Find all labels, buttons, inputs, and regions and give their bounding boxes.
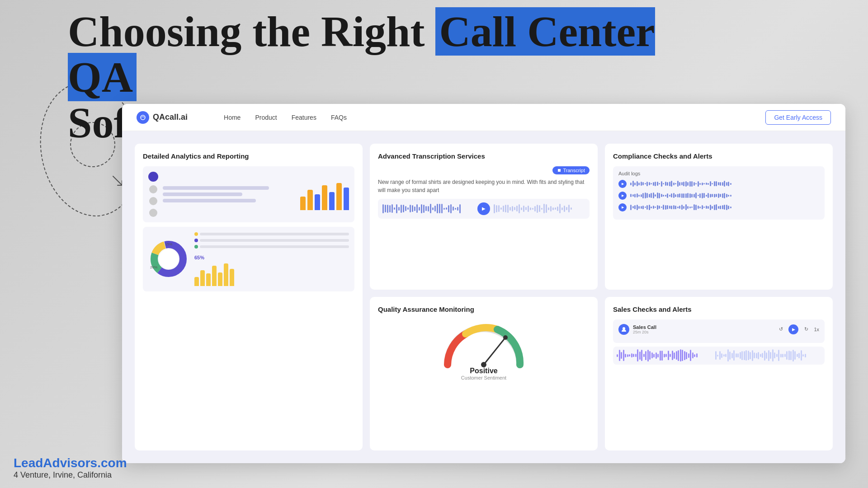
title-part1: Choosing the Right [68, 7, 425, 56]
analytics-lines [163, 186, 296, 202]
footer-brand: LeadAdvisors.com [14, 456, 127, 470]
donut-label-3 [194, 245, 349, 249]
audit-logs: Audit logs ▶ ▶ ▶ [613, 166, 825, 220]
donut-pct2-label: 65% [194, 253, 349, 261]
analytics-bottom: 15% 20% [143, 227, 354, 291]
qa-card: Quality Assurance Monitoring [370, 297, 598, 450]
donut-pct1: 15% [165, 242, 172, 246]
forward-button[interactable]: ↻ [802, 325, 810, 333]
analytics-top [143, 166, 354, 222]
footer-address: 4 Venture, Irvine, California [14, 470, 127, 480]
play-button-sales[interactable]: ▶ [788, 324, 798, 334]
sales-player: Sales Call 25m 20s ↺ ▶ ↻ 1x [613, 319, 825, 343]
left-wave: // Generate wave bars inline via JS afte… [382, 204, 474, 213]
nav-features[interactable]: Features [292, 114, 316, 121]
transcription-card: Advanced Transcription Services Transcri… [370, 144, 598, 290]
svg-point-0 [141, 115, 145, 120]
waveform: // Generate wave bars inline via JS afte… [378, 199, 590, 219]
qa-title: Quality Assurance Monitoring [378, 305, 590, 314]
audit-title: Audit logs [618, 171, 819, 176]
compliance-title: Compliance Checks and Alerts [613, 152, 825, 161]
compliance-card: Compliance Checks and Alerts Audit logs … [605, 144, 833, 290]
svg-line-6 [484, 338, 505, 365]
nav-faqs[interactable]: FAQs [331, 114, 347, 121]
donut-right: 65% [194, 232, 349, 286]
navbar: QAcall.ai Home Product Features FAQs Get… [122, 104, 845, 131]
play-sm-3[interactable]: ▶ [618, 203, 627, 211]
sales-info: Sales Call 25m 20s ↺ ▶ ↻ 1x [618, 324, 819, 335]
donut-labels [194, 232, 349, 249]
nav-home[interactable]: Home [224, 114, 241, 121]
sales-call-name: Sales Call [633, 324, 773, 330]
play-sm-2[interactable]: ▶ [618, 192, 627, 200]
sales-title: Sales Checks and Alerts [613, 305, 825, 314]
donut-pct3: 20% [150, 265, 157, 269]
analytics-card: Detailed Analytics and Reporting [135, 144, 363, 450]
gauge-svg [439, 319, 529, 374]
donut-label-1 [194, 232, 349, 236]
sales-meta: Sales Call 25m 20s [633, 324, 773, 334]
gauge-label: Positive [470, 367, 497, 375]
gauge-sublabel: Customer Sentiment [461, 375, 506, 380]
content-grid: Detailed Analytics and Reporting [122, 131, 845, 463]
logo: QAcall.ai [137, 111, 188, 124]
transcript-text: New range of formal shirts are designed … [378, 178, 590, 194]
svg-point-8 [503, 335, 508, 340]
sales-card: Sales Checks and Alerts Sales Call 25m 2… [605, 297, 833, 450]
bar-chart2 [194, 261, 349, 286]
analytics-title: Detailed Analytics and Reporting [143, 152, 354, 161]
right-wave [494, 204, 585, 213]
svg-point-5 [159, 249, 179, 269]
gauge-wrap: Positive Customer Sentiment [378, 319, 590, 380]
sales-controls: ↺ ▶ ↻ 1x [777, 324, 819, 334]
speed-label: 1x [814, 327, 819, 332]
donut-chart: 15% 20% [148, 239, 189, 279]
nav-links: Home Product Features FAQs [224, 114, 347, 121]
analytics-inner: 15% 20% [143, 166, 354, 291]
audit-row-3: ▶ [618, 203, 819, 211]
logo-icon [137, 111, 149, 124]
audit-row-1: ▶ [618, 180, 819, 188]
sales-call-time: 25m 20s [633, 330, 773, 334]
sales-avatar [618, 324, 629, 335]
bar-chart [300, 178, 349, 210]
donut-label-2 [194, 239, 349, 242]
play-button[interactable]: ▶ [477, 202, 490, 215]
transcription-title: Advanced Transcription Services [378, 152, 590, 161]
footer: LeadAdvisors.com 4 Venture, Irvine, Cali… [14, 456, 127, 480]
nav-product[interactable]: Product [255, 114, 277, 121]
play-sm-1[interactable]: ▶ [618, 180, 627, 188]
audit-row-2: ▶ [618, 192, 819, 200]
logo-text: QAcall.ai [153, 113, 188, 122]
rewind-button[interactable]: ↺ [777, 325, 785, 333]
get-early-access-button[interactable]: Get Early Access [765, 110, 831, 125]
browser-mockup: QAcall.ai Home Product Features FAQs Get… [122, 104, 845, 463]
sales-waveform [613, 347, 825, 365]
